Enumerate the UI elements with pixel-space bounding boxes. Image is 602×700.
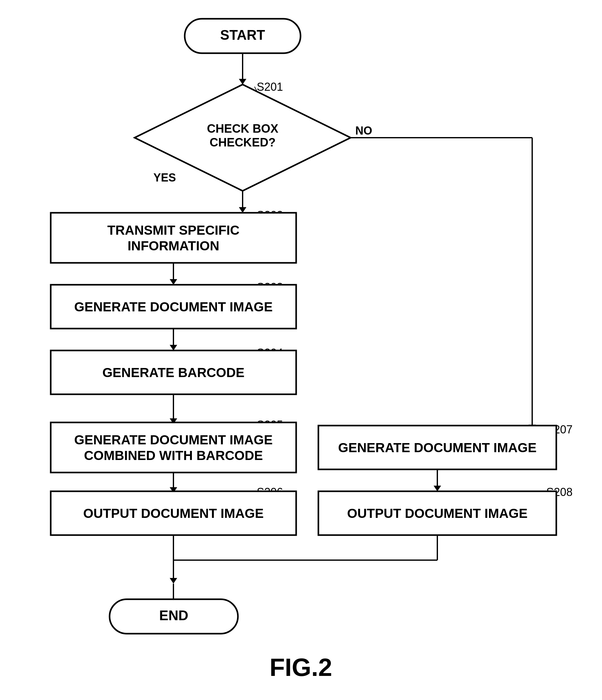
s204-text: GENERATE BARCODE (102, 365, 244, 380)
svg-marker-10 (170, 279, 177, 285)
end-label: END (159, 608, 189, 623)
flowchart: START S201 CHECK BOX CHECKED? YES NO S20… (0, 0, 602, 700)
s205-line2: COMBINED WITH BARCODE (84, 448, 263, 463)
s206-text: OUTPUT DOCUMENT IMAGE (83, 506, 264, 521)
s201-label: S201 (257, 80, 283, 93)
s203-text: GENERATE DOCUMENT IMAGE (74, 299, 273, 314)
svg-marker-38 (170, 578, 177, 583)
s205-line1: GENERATE DOCUMENT IMAGE (74, 432, 273, 447)
no-label: NO (355, 124, 372, 137)
yes-label: YES (153, 171, 176, 184)
svg-marker-6 (239, 207, 246, 213)
s202-line1: TRANSMIT SPECIFIC (107, 223, 240, 238)
svg-marker-14 (170, 345, 177, 350)
svg-rect-8 (51, 213, 296, 263)
fig-label: FIG.2 (269, 653, 332, 681)
s208-text: OUTPUT DOCUMENT IMAGE (347, 506, 528, 521)
decision-line2: CHECKED? (210, 136, 275, 149)
s202-line2: INFORMATION (127, 239, 219, 253)
decision-line1: CHECK BOX (207, 122, 279, 135)
s207-text: GENERATE DOCUMENT IMAGE (338, 440, 536, 455)
start-label: START (220, 27, 265, 43)
svg-marker-31 (434, 486, 441, 491)
svg-rect-20 (51, 422, 296, 473)
